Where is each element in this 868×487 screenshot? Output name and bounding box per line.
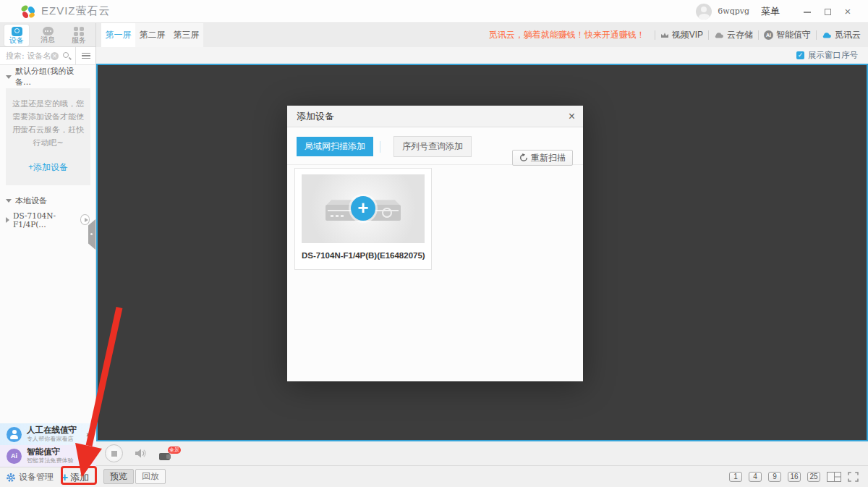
divider [380, 141, 380, 153]
menu-button[interactable]: 菜单 [761, 5, 780, 18]
nvr-button [382, 208, 392, 218]
layout-9-button[interactable]: 9 [768, 472, 781, 482]
rescan-label: 重新扫描 [531, 152, 566, 164]
ezviz-client-window: EZVIZ萤石云 6wqpvg 菜单 × 设备 消息 服务 [0, 0, 868, 487]
sidebar-tab-strip: 设备 消息 服务 [0, 23, 95, 47]
panorama-badge: 全景 [168, 446, 181, 454]
screen-tab-1[interactable]: 第一屏 [101, 23, 135, 47]
card-title: 智能值守 [27, 447, 76, 457]
ai-badge-icon: AI [764, 30, 773, 40]
cloud-storage-link[interactable]: 云存储 [714, 29, 753, 41]
add-device-link[interactable]: +添加设备 [12, 161, 85, 174]
plus-icon: + [61, 472, 68, 483]
device-manage-button[interactable]: 设备管理 [6, 471, 54, 483]
checkbox-checked-icon[interactable]: ✓ [796, 51, 804, 59]
dialog-title: 添加设备 [297, 110, 334, 123]
collapse-triangle-icon [6, 75, 12, 79]
sidebar: 设备 消息 服务 × 默认分组(我的设备… 这里还是空的哦，您需要添加设 [0, 23, 96, 487]
sidebar-tab-label: 设备 [9, 37, 24, 44]
sidebar-tab-device[interactable]: 设备 [4, 25, 29, 46]
tab-serial-query[interactable]: 序列号查询添加 [393, 136, 472, 157]
card-subtitle: 智能算法免费体验 [27, 457, 74, 465]
device-manage-label: 设备管理 [19, 471, 54, 483]
device-name-label: DS-7104N-F1/4P(… [13, 211, 80, 229]
group-default[interactable]: 默认分组(我的设备… [0, 69, 95, 84]
layout-16-button[interactable]: 16 [788, 472, 801, 482]
rescan-button[interactable]: 重新扫描 [512, 150, 573, 166]
video-vip-link[interactable]: 视频VIP [660, 29, 703, 41]
fullscreen-icon[interactable] [848, 472, 859, 482]
layout-1-button[interactable]: 1 [729, 472, 742, 482]
device-camera-icon [12, 27, 22, 36]
show-window-seq-checkbox[interactable]: ✓ 展示窗口序号 [796, 50, 858, 61]
nvr-dot [336, 215, 339, 217]
playback-button[interactable]: 回放 [135, 469, 166, 484]
clear-icon[interactable]: × [51, 52, 59, 60]
tree-device-item[interactable]: DS-7104N-F1/4P(… [0, 213, 95, 227]
add-device-dialog: 添加设备 × 局域网扫描添加 序列号查询添加 重新扫描 + [287, 106, 583, 381]
avatar[interactable] [696, 4, 712, 20]
stop-button[interactable] [105, 444, 123, 462]
custom-layout-icon[interactable] [827, 472, 841, 482]
layout-25-button[interactable]: 25 [807, 472, 820, 482]
sidebar-tab-message[interactable]: 消息 [35, 25, 60, 46]
scanned-device-name: DS-7104N-F1/4P(B)(E16482075) [302, 251, 431, 260]
list-view-toggle-icon[interactable] [75, 47, 95, 64]
add-button[interactable]: + 添加 [61, 471, 89, 484]
empty-tip-text: 这里还是空的哦，您需要添加设备才能使用萤石云服务，赶快行动吧~ [12, 98, 85, 151]
titlebar: EZVIZ萤石云 6wqpvg 菜单 × [0, 0, 868, 23]
mixun-cloud-link[interactable]: 觅讯云 [822, 29, 861, 41]
volume-icon[interactable] [135, 449, 148, 458]
minimize-button[interactable] [797, 6, 817, 17]
live-guard-card[interactable]: 人工在线值守 专人帮你看家看店 › × [0, 423, 96, 445]
maximize-button[interactable] [817, 6, 838, 17]
layout-button-group: 1 4 9 16 25 [729, 472, 859, 482]
cloud-blue-icon [822, 32, 832, 38]
group-label: 默认分组(我的设备… [15, 66, 90, 88]
dialog-header: 添加设备 × [287, 106, 583, 127]
crown-icon [660, 32, 669, 39]
promo-banner[interactable]: 觅讯云，躺着就能赚钱！快来开通赚钱！ [489, 29, 645, 41]
message-bubble-icon [43, 27, 54, 35]
link-label: 云存储 [727, 29, 753, 41]
device-image: + [302, 174, 425, 243]
screen-tab-2[interactable]: 第二屏 [135, 23, 169, 47]
dialog-close-icon[interactable]: × [569, 111, 575, 122]
service-grid-icon [74, 27, 84, 36]
ai-guard-link[interactable]: AI 智能值守 [764, 29, 811, 41]
layout-4-button[interactable]: 4 [749, 472, 762, 482]
bottom-toolbar: 预览 回放 1 4 9 16 25 [96, 465, 868, 487]
divider [708, 30, 709, 40]
close-button[interactable]: × [838, 5, 858, 17]
link-label: 视频VIP [672, 29, 703, 41]
search-bar: × [0, 47, 95, 65]
group-local-device[interactable]: 本地设备 [0, 194, 95, 208]
empty-tip-panel: 这里还是空的哦，您需要添加设备才能使用萤石云服务，赶快行动吧~ +添加设备 [6, 88, 90, 185]
chevron-right-icon[interactable]: › [86, 430, 89, 439]
add-plus-icon[interactable]: + [351, 196, 375, 221]
sidebar-tab-service[interactable]: 服务 [67, 25, 91, 46]
link-label: 觅讯云 [835, 29, 861, 41]
refresh-icon [519, 153, 528, 162]
option-row: ✓ 展示窗口序号 [96, 47, 868, 64]
panorama-camera-icon[interactable]: 全景 [159, 446, 181, 461]
username[interactable]: 6wqpvg [718, 7, 749, 16]
divider [655, 30, 655, 40]
collapse-triangle-icon [6, 199, 12, 203]
close-icon[interactable]: × [90, 423, 94, 431]
checkbox-label: 展示窗口序号 [808, 50, 858, 61]
search-icon[interactable] [62, 51, 72, 61]
playback-control-row: 全景 [96, 441, 868, 465]
preview-button[interactable]: 预览 [103, 469, 134, 484]
person-guard-icon [7, 427, 22, 442]
group-label: 本地设备 [15, 195, 47, 206]
ai-guard-card[interactable]: Ai 智能值守 智能算法免费体验 [0, 445, 96, 467]
device-tree: 默认分组(我的设备… 这里还是空的哦，您需要添加设备才能使用萤石云服务，赶快行动… [0, 65, 95, 227]
search-input[interactable] [6, 51, 51, 61]
play-icon[interactable] [80, 214, 90, 225]
screen-tab-3[interactable]: 第三屏 [169, 23, 203, 47]
sidebar-tab-label: 消息 [41, 36, 55, 43]
gear-icon [6, 473, 16, 483]
device-card[interactable]: + DS-7104N-F1/4P(B)(E16482075) [294, 168, 432, 270]
tab-lan-scan[interactable]: 局域网扫描添加 [297, 137, 373, 156]
